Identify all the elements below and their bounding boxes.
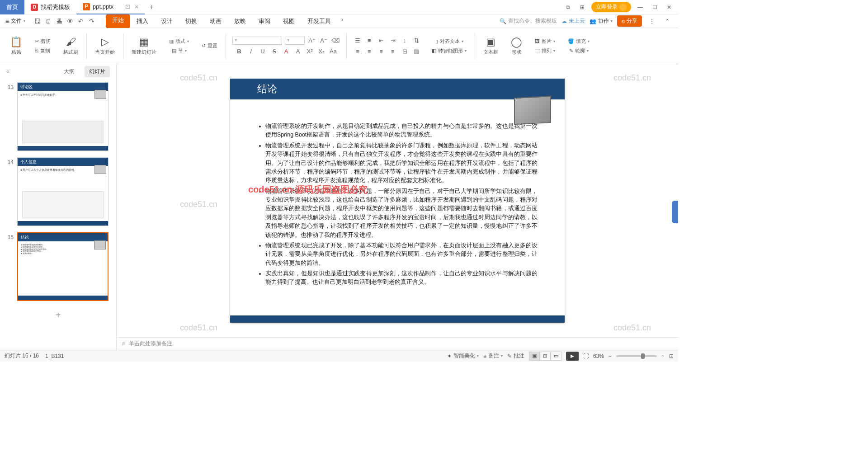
redo-icon[interactable]: ↷ xyxy=(87,16,97,26)
slide-thumb-13[interactable]: 讨论区 ● 学生可以开讨论区发布帖子。 xyxy=(17,82,108,151)
tab-pin-icon[interactable]: ⊡ xyxy=(125,3,130,10)
align-right-icon[interactable]: ≡ xyxy=(377,47,386,56)
window-layout-icon[interactable]: ⧉ xyxy=(562,2,573,13)
number-list-icon[interactable]: ≡ xyxy=(365,37,374,45)
menu-tab-insert[interactable]: 插入 xyxy=(130,14,155,28)
zoom-slider[interactable] xyxy=(616,355,657,357)
arrange-button[interactable]: ⬚排列▾ xyxy=(533,47,557,55)
menu-tab-design[interactable]: 设计 xyxy=(155,14,179,28)
paste-button[interactable]: 📋粘贴 xyxy=(8,35,24,56)
notes-toggle[interactable]: ≡备注▾ xyxy=(483,352,503,360)
zoom-in-icon[interactable]: + xyxy=(661,353,665,359)
menu-tab-view[interactable]: 视图 xyxy=(277,14,301,28)
font-color-icon[interactable]: A xyxy=(282,47,291,56)
format-painter-button[interactable]: 🖌格式刷 xyxy=(61,35,80,56)
save-icon[interactable]: 🖫 xyxy=(33,16,42,26)
cooperation-button[interactable]: 👥协作▾ xyxy=(590,17,613,25)
text-direction-icon[interactable]: ⇅ xyxy=(412,37,421,45)
bullet-list-icon[interactable]: ☰ xyxy=(353,37,362,45)
kebab-icon[interactable]: ⋮ xyxy=(646,16,657,27)
picture-button[interactable]: 🖼图片▾ xyxy=(533,37,557,46)
collapse-ribbon-icon[interactable]: ⌃ xyxy=(662,16,673,27)
view-sorter-icon[interactable]: ⊞ xyxy=(540,352,551,361)
menu-tab-devtools[interactable]: 开发工具 xyxy=(301,14,337,28)
print-icon[interactable]: 🖶 xyxy=(54,16,64,26)
font-size-select[interactable]: ▾ xyxy=(285,37,305,45)
cut-button[interactable]: ✂剪切 xyxy=(33,37,52,46)
align-left-icon[interactable]: ≡ xyxy=(353,47,362,56)
underline-icon[interactable]: U xyxy=(258,47,267,56)
clear-format-icon[interactable]: ⌫ xyxy=(331,37,340,45)
apps-icon[interactable]: ⊞ xyxy=(577,2,588,13)
new-tab-button[interactable]: + xyxy=(145,3,158,11)
share-button[interactable]: ⎋分享 xyxy=(617,15,642,27)
increase-indent-icon[interactable]: ⇥ xyxy=(388,37,397,45)
font-family-select[interactable]: ▾ xyxy=(232,37,282,45)
superscript-icon[interactable]: X² xyxy=(305,47,314,56)
zoom-out-icon[interactable]: − xyxy=(609,353,612,359)
subscript-icon[interactable]: X₂ xyxy=(317,47,326,56)
slide-thumb-14[interactable]: 个人信息 ● 用户可以在个人信息处查看修改自己的资料。 xyxy=(17,157,108,226)
smart-beautify-button[interactable]: ✦智能美化▾ xyxy=(447,352,479,360)
print-preview-icon[interactable]: 👁 xyxy=(65,16,75,26)
align-justify-icon[interactable]: ≡ xyxy=(388,47,397,56)
fit-window-icon[interactable]: ⛶ xyxy=(583,353,589,359)
outline-button[interactable]: ✎轮廓▾ xyxy=(567,47,590,55)
undo-icon[interactable]: ↶ xyxy=(76,16,86,26)
tab-home[interactable]: 首页 xyxy=(0,0,24,14)
increase-font-icon[interactable]: A⁺ xyxy=(307,37,316,45)
tab-close-icon[interactable]: × xyxy=(135,3,138,10)
italic-icon[interactable]: I xyxy=(246,47,255,56)
menu-tab-animation[interactable]: 动画 xyxy=(203,14,228,28)
menu-tab-review[interactable]: 审阅 xyxy=(252,14,277,28)
add-slide-button[interactable]: + xyxy=(5,307,112,323)
section-button[interactable]: ▤节▾ xyxy=(170,47,189,55)
maximize-icon[interactable]: ☐ xyxy=(649,2,660,13)
close-icon[interactable]: ✕ xyxy=(664,2,675,13)
reset-button[interactable]: ↺重置 xyxy=(200,42,219,50)
zoom-level[interactable]: 63% xyxy=(593,353,604,359)
fill-button[interactable]: 🪣填充▾ xyxy=(566,37,591,46)
notes-area[interactable]: ≡ 单击此处添加备注 xyxy=(117,337,678,350)
menu-tab-slideshow[interactable]: 放映 xyxy=(228,14,252,28)
best-fit-icon[interactable]: ⊡ xyxy=(669,353,674,359)
align-text-button[interactable]: ▯对齐文本▾ xyxy=(434,37,465,46)
strike-icon[interactable]: S̶ xyxy=(270,47,279,56)
decrease-indent-icon[interactable]: ⇤ xyxy=(377,37,386,45)
menu-tab-transition[interactable]: 切换 xyxy=(179,14,203,28)
shape-button[interactable]: ◯形状 xyxy=(509,35,524,56)
save-as-icon[interactable]: 🗎 xyxy=(43,16,53,26)
line-spacing-icon[interactable]: ↕ xyxy=(400,37,409,45)
cloud-status[interactable]: ☁未上云 xyxy=(561,17,585,25)
new-slide-button[interactable]: ▦新建幻灯片 xyxy=(130,35,158,56)
change-case-icon[interactable]: Aa xyxy=(329,47,338,56)
copy-button[interactable]: ⎘复制 xyxy=(33,47,52,55)
menu-tab-start[interactable]: 开始 xyxy=(106,14,130,28)
file-menu[interactable]: ≡文件▾ xyxy=(2,17,29,25)
play-slideshow-button[interactable]: ▶ xyxy=(566,352,579,361)
textbox-button[interactable]: ▣文本框 xyxy=(481,35,500,56)
columns-icon[interactable]: ▥ xyxy=(412,47,421,56)
slides-tab[interactable]: 幻灯片 xyxy=(85,66,110,77)
login-button[interactable]: 立即登录 xyxy=(591,2,631,12)
distribute-icon[interactable]: ⊟ xyxy=(400,47,409,56)
minimize-icon[interactable]: — xyxy=(635,2,646,13)
from-current-button[interactable]: ▷当页开始 xyxy=(93,35,117,56)
outline-tab[interactable]: 大纲 xyxy=(59,66,79,77)
layout-button[interactable]: ▥版式▾ xyxy=(167,37,191,46)
comments-toggle[interactable]: ✎批注 xyxy=(507,352,524,360)
slide-thumb-15[interactable]: 结论 ● 物流管理系统的开发制作...● 物流管理系统开发过程中...● 物流管… xyxy=(17,232,108,301)
bold-icon[interactable]: B xyxy=(235,47,244,56)
command-search[interactable]: 🔍查找命令、搜索模板 xyxy=(500,17,557,25)
current-slide[interactable]: 结论 物流管理系统的开发制作，从题目确定到成品完成，自己投入的精力与心血是非常多… xyxy=(230,79,565,323)
smart-shape-button[interactable]: ◧转智能图形▾ xyxy=(430,47,468,55)
side-drawer-handle[interactable] xyxy=(672,201,678,223)
decrease-font-icon[interactable]: A⁻ xyxy=(319,37,328,45)
collapse-panel-icon[interactable]: « xyxy=(6,68,9,75)
highlight-icon[interactable]: A xyxy=(293,47,302,56)
tab-template-store[interactable]: D找稻壳模板 xyxy=(24,0,76,14)
align-center-icon[interactable]: ≡ xyxy=(365,47,374,56)
menu-more-icon[interactable]: › xyxy=(337,14,347,24)
view-reading-icon[interactable]: ▭ xyxy=(551,352,561,361)
tab-file-ppt[interactable]: Pppt.pptx⊡× xyxy=(76,0,145,14)
